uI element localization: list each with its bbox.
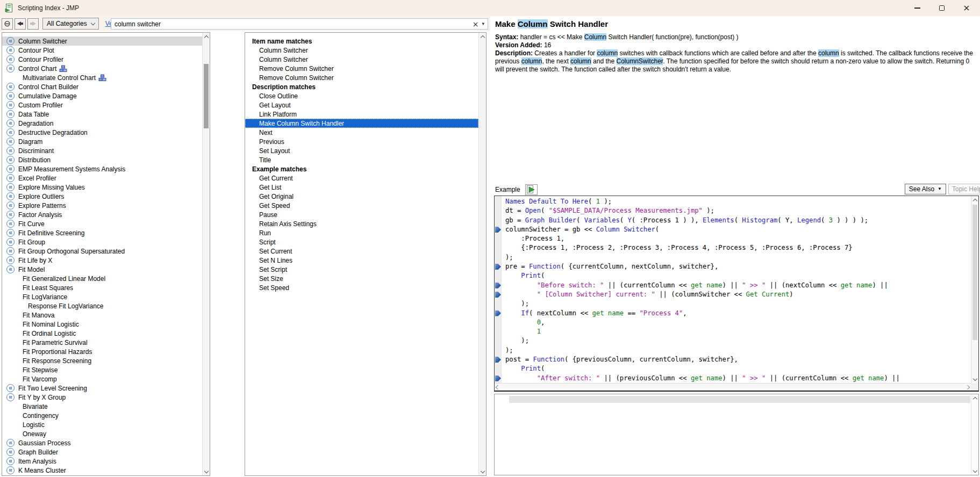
- tree-item[interactable]: «Diagram: [2, 137, 202, 146]
- result-item[interactable]: Next: [245, 128, 478, 137]
- minimize-button[interactable]: [905, 0, 929, 16]
- breakpoint-marker-icon[interactable]: [495, 357, 501, 363]
- tree-item[interactable]: Fit Varcomp: [2, 374, 202, 384]
- tree-item[interactable]: Contingency: [2, 411, 202, 420]
- tree-item[interactable]: «Graph Builder: [2, 447, 202, 457]
- scroll-up-icon[interactable]: [971, 196, 978, 204]
- result-item[interactable]: Remove Column Switcher: [245, 64, 478, 73]
- see-also-button[interactable]: See Also ▼: [905, 184, 946, 194]
- tree-item[interactable]: «Control Chart: [2, 64, 202, 73]
- result-item[interactable]: Set Speed: [245, 283, 478, 292]
- scroll-down-icon[interactable]: [971, 375, 978, 383]
- search-clear-icon[interactable]: ×: [473, 20, 479, 28]
- tree-item[interactable]: Bivariate: [2, 402, 202, 411]
- scroll-up-icon[interactable]: [203, 33, 210, 40]
- result-item[interactable]: Link Platform: [245, 110, 478, 119]
- tree-item[interactable]: «Destructive Degradation: [2, 128, 202, 137]
- breakpoint-marker-icon[interactable]: [495, 292, 501, 298]
- close-button[interactable]: ×: [954, 0, 979, 16]
- result-item[interactable]: Set N Lines: [245, 256, 478, 265]
- log-scrollbar[interactable]: [971, 394, 978, 475]
- tree-item[interactable]: «Contour Plot: [2, 46, 202, 55]
- tree-item[interactable]: «Explore Patterns: [2, 201, 202, 210]
- tree-item[interactable]: Response Fit LogVariance: [2, 301, 202, 310]
- category-dropdown[interactable]: All Categories: [42, 18, 99, 30]
- tree-item[interactable]: «Fit Definitive Screening: [2, 228, 202, 237]
- tree-item[interactable]: «Fit Two Level Screening: [2, 384, 202, 393]
- tree-item[interactable]: «Gaussian Process: [2, 438, 202, 447]
- result-item[interactable]: Get Layout: [245, 100, 478, 110]
- breakpoint-marker-icon[interactable]: [495, 227, 501, 233]
- scroll-down-icon[interactable]: [203, 468, 210, 475]
- breakpoint-marker-icon[interactable]: [495, 375, 501, 381]
- tree-item[interactable]: «Explore Outliers: [2, 192, 202, 201]
- tree-item[interactable]: Fit LogVariance: [2, 292, 202, 301]
- tree-item[interactable]: «Item Analysis: [2, 457, 202, 466]
- scroll-up-icon[interactable]: [479, 33, 486, 40]
- breakpoint-marker-icon[interactable]: [495, 264, 501, 270]
- breakpoint-marker-icon[interactable]: [495, 310, 501, 316]
- search-input[interactable]: column switcher × ▾: [111, 18, 488, 30]
- tree-item[interactable]: «Data Table: [2, 110, 202, 119]
- result-item[interactable]: Retain Axis Settings: [245, 219, 478, 228]
- tree-item[interactable]: «Cumulative Damage: [2, 91, 202, 100]
- tree-item[interactable]: «Custom Profiler: [2, 100, 202, 110]
- tree-item[interactable]: «Excel Profiler: [2, 174, 202, 183]
- search-history-icon[interactable]: ▾: [482, 21, 484, 26]
- collapse-all-button[interactable]: ⊖: [2, 18, 13, 30]
- scroll-up-icon[interactable]: [971, 394, 978, 402]
- result-item[interactable]: Pause: [245, 210, 478, 219]
- tree-item[interactable]: «Explore Missing Values: [2, 183, 202, 192]
- results-scrollbar[interactable]: [478, 33, 486, 475]
- breakpoint-marker-icon[interactable]: [495, 283, 501, 288]
- result-item[interactable]: Get Original: [245, 192, 478, 201]
- tree-item[interactable]: «Discriminant: [2, 146, 202, 155]
- result-item[interactable]: Set Script: [245, 265, 478, 274]
- tree-item[interactable]: Fit Stepwise: [2, 365, 202, 374]
- tree-item[interactable]: Fit Response Screening: [2, 356, 202, 365]
- scrollbar-thumb[interactable]: [972, 205, 977, 340]
- tree-item[interactable]: «EMP Measurement Systems Analysis: [2, 164, 202, 174]
- tree-item[interactable]: «Distribution: [2, 155, 202, 164]
- result-item[interactable]: Get Speed: [245, 201, 478, 210]
- tree-item[interactable]: Fit Ordinal Logistic: [2, 329, 202, 338]
- topic-help-button[interactable]: Topic Help: [948, 184, 980, 194]
- result-item[interactable]: Column Switcher: [245, 46, 478, 55]
- result-item[interactable]: Run: [245, 228, 478, 237]
- code-text[interactable]: Names Default To Here( 1 );dt = Open( "$…: [502, 196, 971, 383]
- tree-item[interactable]: «Fit Group: [2, 237, 202, 247]
- result-item[interactable]: Column Switcher: [245, 55, 478, 64]
- tree-item[interactable]: «K Means Cluster: [2, 466, 202, 475]
- tree-item[interactable]: «Control Chart Builder: [2, 82, 202, 91]
- tree-item[interactable]: Logistic: [2, 420, 202, 429]
- result-item[interactable]: Set Size: [245, 274, 478, 283]
- scroll-left-icon[interactable]: [496, 385, 500, 389]
- tree-item[interactable]: Oneway: [2, 429, 202, 438]
- result-item[interactable]: Title: [245, 155, 478, 164]
- maximize-button[interactable]: [929, 0, 954, 16]
- result-item[interactable]: Remove Column Switcher: [245, 73, 478, 82]
- tree-item[interactable]: «Fit Group Orthogonal Supersaturated: [2, 247, 202, 256]
- scroll-down-icon[interactable]: [479, 468, 486, 475]
- tree-item[interactable]: «Fit Curve: [2, 219, 202, 228]
- code-horizontal-scrollbar[interactable]: [495, 383, 971, 391]
- run-example-button[interactable]: [525, 184, 538, 195]
- tree-item[interactable]: «Fit Life by X: [2, 256, 202, 265]
- tree-item[interactable]: Fit Least Squares: [2, 283, 202, 292]
- result-item[interactable]: Set Current: [245, 247, 478, 256]
- tree-scrollbar[interactable]: [202, 33, 210, 475]
- tree-item[interactable]: Multivariate Control Chart: [2, 73, 202, 82]
- tree-item[interactable]: «Factor Analysis: [2, 210, 202, 219]
- scroll-down-icon[interactable]: [971, 467, 978, 475]
- back-button[interactable]: [15, 18, 26, 30]
- result-item[interactable]: Close Outline: [245, 91, 478, 100]
- result-item[interactable]: Get Current: [245, 174, 478, 183]
- forward-button[interactable]: [27, 18, 39, 30]
- tree-item[interactable]: Fit Manova: [2, 310, 202, 320]
- scrollbar-thumb[interactable]: [204, 64, 209, 128]
- tree-item[interactable]: «Column Switcher: [2, 37, 202, 46]
- tree-item[interactable]: Fit Proportional Hazards: [2, 347, 202, 356]
- tree-item[interactable]: «Contour Profiler: [2, 55, 202, 64]
- tree-item[interactable]: «Fit Y by X Group: [2, 393, 202, 402]
- log-panel[interactable]: [494, 394, 979, 475]
